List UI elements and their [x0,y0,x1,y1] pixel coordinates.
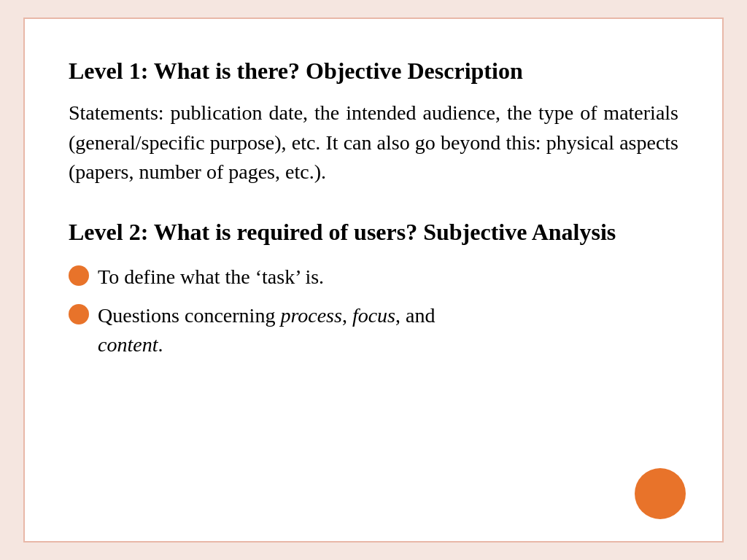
bullet-text-2: Questions concerning process, focus, and… [98,301,678,360]
italic-focus: focus [352,304,395,327]
list-item: To define what the ‘task’ is. [69,262,678,292]
italic-content: content [98,333,158,356]
italic-process: process [280,304,342,327]
level1-heading: Level 1: What is there? Objective Descri… [69,55,678,87]
decorative-circle [635,468,686,519]
bullet-icon-1 [69,265,89,286]
bullet-list: To define what the ‘task’ is. Questions … [69,262,678,360]
bullet-text-1: To define what the ‘task’ is. [98,262,678,292]
list-item: Questions concerning process, focus, and… [69,301,678,360]
level2-heading: Level 2: What is required of users? Subj… [69,217,678,248]
bullet-icon-2 [69,304,89,324]
slide: Level 1: What is there? Objective Descri… [23,18,724,542]
level1-body: Statements: publication date, the intend… [69,98,678,187]
